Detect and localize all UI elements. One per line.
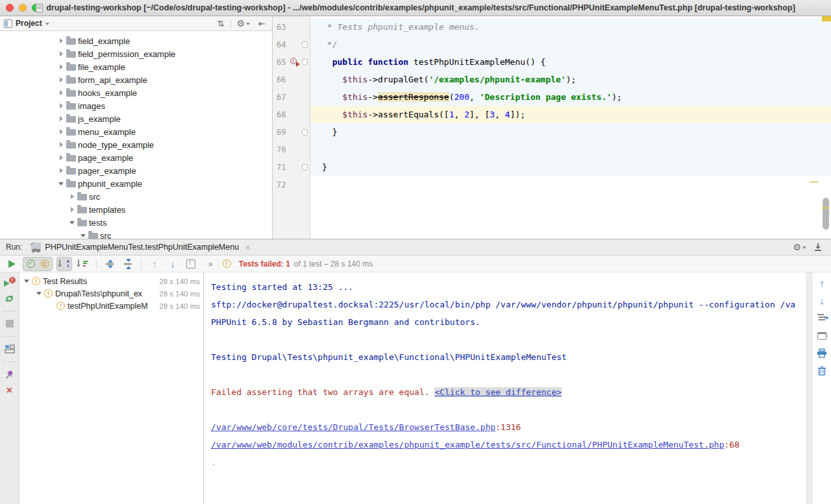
- code-line-63[interactable]: * Tests phpunit_example menus.: [310, 18, 831, 36]
- collapse-all-button[interactable]: [121, 258, 135, 270]
- console-right-toolbar: ↑ ↓: [813, 272, 831, 504]
- test-failed-run-icon[interactable]: !: [290, 58, 299, 66]
- chevron-right-icon[interactable]: [58, 64, 64, 69]
- chevron-right-icon[interactable]: [58, 77, 64, 82]
- zoom-window-button[interactable]: [32, 4, 40, 12]
- fold-marker-icon[interactable]: [302, 42, 308, 48]
- editor-scrollbar[interactable]: [823, 198, 829, 230]
- code-line-66[interactable]: $this->drupalGet('/examples/phpunit-exam…: [310, 71, 831, 88]
- tree-item-page_example[interactable]: page_example: [0, 151, 272, 164]
- gear-icon[interactable]: ⚙: [793, 242, 806, 252]
- tree-item-pager_example[interactable]: pager_example: [0, 164, 272, 177]
- chevron-down-icon[interactable]: [23, 280, 29, 283]
- scroll-to-trace-icon[interactable]: [816, 313, 828, 324]
- code-line-71[interactable]: }: [310, 158, 831, 176]
- inspection-status-indicator[interactable]: [822, 16, 831, 21]
- collapse-panel-icon[interactable]: ⇤: [256, 19, 268, 28]
- chevron-right-icon[interactable]: [69, 207, 75, 212]
- close-window-button[interactable]: [6, 4, 14, 12]
- tree-item-src[interactable]: src: [0, 229, 272, 239]
- console-link[interactable]: /var/www/web/modules/contrib/examples/ph…: [211, 440, 725, 450]
- test-tree-row[interactable]: !Test Results28 s 140 ms: [19, 275, 203, 287]
- tree-item-tests[interactable]: tests: [0, 216, 272, 229]
- chevron-down-icon[interactable]: [69, 221, 75, 224]
- show-passed-toggle[interactable]: [23, 258, 38, 270]
- pin-tab-button[interactable]: [4, 369, 16, 379]
- console-text: :68: [725, 440, 739, 450]
- rerun-button[interactable]: [5, 258, 19, 270]
- rerun-failed-tests-button[interactable]: !: [4, 277, 16, 287]
- close-panel-button[interactable]: ×: [4, 385, 16, 396]
- tree-item-js_example[interactable]: js_example: [0, 112, 272, 125]
- tree-item-file_example[interactable]: file_example: [0, 60, 272, 73]
- close-icon[interactable]: ×: [245, 243, 251, 252]
- tree-item-hooks_example[interactable]: hooks_example: [0, 86, 272, 99]
- console-link[interactable]: /var/www/web/core/tests/Drupal/Tests/Bro…: [211, 422, 495, 432]
- chevron-right-icon[interactable]: [58, 155, 64, 160]
- sort-by-duration-toggle[interactable]: [76, 258, 90, 270]
- tree-item-node_type_example[interactable]: node_type_example: [0, 138, 272, 151]
- print-icon[interactable]: [816, 348, 828, 359]
- code-line-64[interactable]: */: [310, 36, 831, 53]
- tree-item-phpunit_example[interactable]: phpunit_example: [0, 177, 272, 190]
- tree-item-field_example[interactable]: field_example: [0, 34, 272, 47]
- clear-console-icon[interactable]: [816, 365, 828, 376]
- chevron-right-icon[interactable]: [69, 194, 75, 199]
- chevron-right-icon[interactable]: [58, 38, 64, 43]
- chevron-right-icon[interactable]: [58, 129, 64, 134]
- fold-marker-icon[interactable]: [302, 59, 308, 66]
- chevron-right-icon[interactable]: [58, 142, 64, 147]
- tree-item-src[interactable]: src: [0, 190, 272, 203]
- editor-code-pane[interactable]: * Tests phpunit_example menus. */ public…: [310, 16, 831, 239]
- code-token: * Tests phpunit_example menus.: [322, 22, 480, 32]
- minimize-window-button[interactable]: [19, 4, 27, 12]
- previous-failed-test-button[interactable]: ↑: [147, 258, 162, 270]
- test-tree-row[interactable]: !testPhpUnitExampleM28 s 140 ms: [19, 300, 203, 312]
- chevron-right-icon[interactable]: [58, 116, 64, 121]
- down-stacktrace-button[interactable]: ↓: [816, 295, 828, 306]
- console-link[interactable]: <Click to see difference>: [434, 387, 562, 397]
- run-configuration-tab[interactable]: ✓php PHPUnitExampleMenuTest.testPhpUnitE…: [31, 243, 250, 252]
- hide-panel-icon[interactable]: [814, 243, 822, 251]
- tree-item-field_permission_example[interactable]: field_permission_example: [0, 47, 272, 60]
- code-line-67[interactable]: $this->assertResponse(200, 'Description …: [310, 88, 831, 106]
- show-ignored-toggle[interactable]: [38, 258, 52, 270]
- chevron-down-icon[interactable]: [45, 23, 49, 25]
- sort-alphabetically-toggle[interactable]: az: [57, 258, 71, 270]
- tree-item-templates[interactable]: templates: [0, 203, 272, 216]
- fold-marker-icon[interactable]: [302, 164, 308, 171]
- tree-item-form_api_example[interactable]: form_api_example: [0, 73, 272, 86]
- export-test-results-button[interactable]: [184, 258, 198, 270]
- folder-icon: [77, 220, 87, 226]
- code-line-69[interactable]: }: [310, 123, 831, 141]
- next-failed-test-button[interactable]: ↓: [166, 258, 180, 270]
- tree-item-menu_example[interactable]: menu_example: [0, 125, 272, 138]
- chevron-down-icon[interactable]: [80, 234, 86, 237]
- fold-marker-icon[interactable]: [302, 129, 308, 136]
- tree-item-images[interactable]: images: [0, 99, 272, 112]
- console-scrollbar-track[interactable]: [806, 272, 813, 504]
- code-line-65[interactable]: public function testPhpUnitExampleMenu()…: [310, 53, 831, 71]
- stop-button[interactable]: [4, 318, 16, 329]
- up-stacktrace-button[interactable]: ↑: [816, 278, 828, 289]
- rerun-icon[interactable]: [4, 293, 16, 304]
- chevron-right-icon[interactable]: [58, 90, 64, 95]
- gear-icon[interactable]: ⚙: [234, 19, 253, 28]
- more-actions-chevron[interactable]: »: [208, 259, 214, 269]
- code-line-68[interactable]: $this->assertEquals([1, 2], [3, 4]);: [310, 106, 831, 123]
- test-tree-row[interactable]: !Drupal\Tests\phpunit_ex28 s 140 ms: [19, 287, 203, 300]
- error-stripe-mark[interactable]: [810, 181, 818, 183]
- scroll-from-source-icon[interactable]: ⇅: [215, 19, 227, 28]
- expand-all-button[interactable]: [103, 258, 117, 270]
- fold-slot: [300, 59, 309, 66]
- chevron-right-icon[interactable]: [58, 51, 64, 56]
- chevron-down-icon[interactable]: [58, 182, 64, 186]
- code-line-70[interactable]: [310, 141, 831, 158]
- import-test-results-icon[interactable]: [816, 330, 828, 341]
- chevron-down-icon[interactable]: [36, 292, 42, 295]
- console-line: PHPUnit 6.5.8 by Sebastian Bergmann and …: [211, 313, 805, 331]
- chevron-right-icon[interactable]: [58, 168, 64, 173]
- code-line-72[interactable]: [310, 176, 831, 193]
- restore-layout-button[interactable]: [4, 344, 16, 354]
- chevron-right-icon[interactable]: [58, 103, 64, 108]
